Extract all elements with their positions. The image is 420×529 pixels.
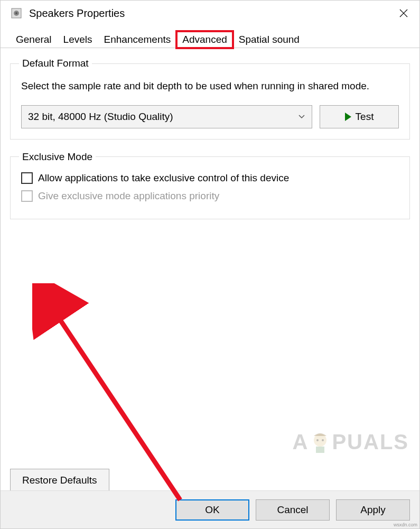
watermark: A PUALS — [293, 430, 409, 454]
ok-button[interactable]: OK — [175, 499, 249, 521]
window-title: Speakers Properties — [29, 7, 125, 20]
allow-exclusive-label: Allow applications to take exclusive con… — [38, 172, 289, 184]
format-row: 32 bit, 48000 Hz (Studio Quality) Test — [21, 105, 399, 128]
tab-levels[interactable]: Levels — [58, 31, 98, 48]
dialog-window: Speakers Properties General Levels Enhan… — [0, 0, 420, 529]
test-button-label: Test — [356, 111, 374, 123]
tab-advanced[interactable]: Advanced — [176, 31, 233, 48]
restore-defaults-label: Restore Defaults — [22, 475, 97, 486]
allow-exclusive-checkbox[interactable] — [21, 172, 33, 184]
format-selected-value: 32 bit, 48000 Hz (Studio Quality) — [28, 111, 173, 123]
svg-point-8 — [316, 439, 319, 441]
close-button[interactable] — [388, 1, 419, 26]
watermark-text-b: PUALS — [332, 430, 409, 454]
titlebar: Speakers Properties — [1, 1, 419, 26]
priority-checkbox — [21, 190, 33, 202]
exclusive-mode-legend: Exclusive Mode — [19, 151, 96, 163]
default-format-legend: Default Format — [19, 58, 92, 69]
svg-point-2 — [15, 12, 17, 14]
svg-point-9 — [322, 439, 324, 441]
tab-content: Default Format Select the sample rate an… — [1, 48, 419, 502]
chevron-down-icon — [298, 113, 305, 121]
tab-general[interactable]: General — [10, 31, 58, 48]
tab-strip: General Levels Enhancements Advanced Spa… — [1, 26, 419, 48]
default-format-group: Default Format Select the sample rate an… — [10, 58, 410, 140]
watermark-text-a: A — [293, 430, 309, 454]
default-format-desc: Select the sample rate and bit depth to … — [21, 79, 399, 94]
format-select[interactable]: 32 bit, 48000 Hz (Studio Quality) — [21, 105, 312, 128]
priority-label: Give exclusive mode applications priorit… — [38, 190, 219, 202]
svg-rect-10 — [316, 447, 324, 453]
watermark-mascot-icon — [310, 431, 331, 454]
speaker-icon — [10, 7, 23, 20]
exclusive-mode-group: Exclusive Mode Allow applications to tak… — [10, 151, 410, 219]
restore-defaults-button[interactable]: Restore Defaults — [10, 469, 109, 492]
apply-label: Apply — [360, 504, 386, 516]
priority-row: Give exclusive mode applications priorit… — [21, 190, 399, 202]
cancel-button[interactable]: Cancel — [256, 499, 330, 521]
tab-spatial[interactable]: Spatial sound — [233, 31, 305, 48]
test-button[interactable]: Test — [320, 105, 399, 128]
apply-button[interactable]: Apply — [336, 499, 410, 521]
source-credit: wsxdn.com — [394, 522, 417, 527]
dialog-footer: OK Cancel Apply — [1, 490, 419, 528]
allow-exclusive-row: Allow applications to take exclusive con… — [21, 172, 399, 184]
ok-label: OK — [205, 504, 219, 516]
play-icon — [345, 113, 351, 121]
tab-enhancements[interactable]: Enhancements — [98, 31, 177, 48]
cancel-label: Cancel — [277, 504, 308, 516]
